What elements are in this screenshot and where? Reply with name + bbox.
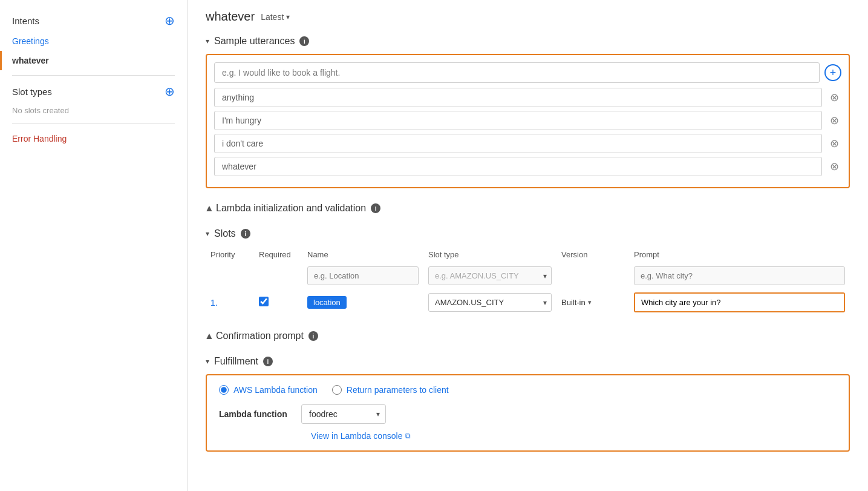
utterance-input-3[interactable]	[214, 157, 822, 176]
utterance-row-1: ⊗	[214, 111, 841, 130]
lambda-init-info-icon[interactable]: i	[371, 203, 380, 213]
add-slot-type-button[interactable]: ⊕	[165, 85, 175, 97]
new-slot-priority	[206, 263, 254, 289]
slot-1-priority-num: 1.	[210, 298, 218, 308]
remove-utterance-0[interactable]: ⊗	[827, 90, 841, 105]
new-slot-row: e.g. AMAZON.US_CITY ▾	[206, 263, 850, 289]
sidebar-item-error-handling[interactable]: Error Handling	[0, 129, 187, 148]
slot-row-1: 1. location AMAZON.US_CITY ▾	[206, 289, 850, 316]
fulfillment-section: ▾ Fulfillment i AWS Lambda function Retu…	[206, 356, 850, 452]
slots-section: ▾ Slots i Priority Required Name Slot ty…	[206, 228, 850, 316]
new-slot-required	[254, 263, 302, 289]
lambda-radio-label: AWS Lambda function	[233, 385, 318, 395]
sample-utterances-info-icon[interactable]: i	[299, 36, 309, 46]
view-lambda-row: View in Lambda console ⧉	[301, 431, 837, 441]
view-lambda-label: View in Lambda console	[311, 431, 403, 441]
sidebar-divider-2	[12, 124, 175, 124]
lambda-init-toggle-icon: ▶	[204, 206, 213, 211]
sidebar-item-greetings[interactable]: Greetings	[0, 31, 187, 51]
new-slot-type-select[interactable]: e.g. AMAZON.US_CITY	[428, 266, 552, 285]
confirmation-toggle-icon: ▶	[204, 334, 213, 339]
lambda-radio[interactable]	[219, 385, 229, 395]
utterance-input-2[interactable]	[214, 134, 822, 153]
lambda-function-row: Lambda function foodrec ▾	[219, 404, 837, 424]
new-slot-name-cell	[302, 263, 423, 289]
version-selector[interactable]: Latest ▾	[261, 12, 290, 22]
slots-table: Priority Required Name Slot type Version…	[206, 246, 850, 316]
lambda-init-section: ▶ Lambda initialization and validation i	[206, 203, 850, 214]
intent-header: whatever Latest ▾	[206, 10, 850, 24]
return-radio[interactable]	[332, 385, 342, 395]
fulfillment-box: AWS Lambda function Return parameters to…	[206, 374, 850, 452]
utterance-input-0[interactable]	[214, 88, 822, 107]
fulfillment-header[interactable]: ▾ Fulfillment i	[206, 356, 850, 367]
sample-utterances-section: ▾ Sample utterances i + ⊗ ⊗ ⊗	[206, 36, 850, 188]
sample-utterances-header[interactable]: ▾ Sample utterances i	[206, 36, 850, 47]
new-slot-prompt-cell	[629, 263, 850, 289]
lambda-select-wrapper: foodrec ▾	[301, 404, 386, 424]
utterances-box: + ⊗ ⊗ ⊗ ⊗	[206, 54, 850, 188]
main-content: whatever Latest ▾ ▾ Sample utterances i …	[188, 0, 868, 491]
slot-types-title: Slot types	[12, 87, 52, 97]
col-name: Name	[302, 246, 423, 263]
utterance-input-1[interactable]	[214, 111, 822, 130]
confirmation-section: ▶ Confirmation prompt i	[206, 331, 850, 341]
remove-utterance-3[interactable]: ⊗	[827, 159, 841, 174]
fulfillment-title: Fulfillment	[214, 356, 258, 367]
sidebar-item-whatever[interactable]: whatever	[0, 51, 187, 70]
utterance-row-2: ⊗	[214, 134, 841, 153]
intents-title: Intents	[12, 16, 39, 26]
lambda-radio-option[interactable]: AWS Lambda function	[219, 385, 318, 395]
new-slot-version-cell	[556, 263, 629, 289]
slots-info-icon[interactable]: i	[241, 229, 250, 239]
slot-1-type-select[interactable]: AMAZON.US_CITY	[428, 293, 552, 312]
fulfillment-options: AWS Lambda function Return parameters to…	[219, 385, 837, 395]
remove-utterance-1[interactable]: ⊗	[827, 113, 841, 128]
no-slots-label: No slots created	[0, 102, 187, 119]
sidebar: Intents ⊕ Greetings whatever Slot types …	[0, 0, 188, 491]
slot-1-type-cell: AMAZON.US_CITY ▾	[423, 289, 556, 316]
new-utterance-row: +	[214, 62, 841, 83]
slot-1-prompt-input[interactable]	[635, 294, 844, 311]
intent-title: whatever	[206, 10, 255, 24]
add-utterance-button[interactable]: +	[824, 64, 841, 81]
slot-1-name-cell: location	[302, 289, 423, 316]
confirmation-info-icon[interactable]: i	[308, 331, 318, 341]
slot-1-version-wrapper: Built-in ▾	[561, 298, 624, 307]
fulfillment-toggle-icon: ▾	[206, 357, 209, 366]
new-slot-type-wrapper: e.g. AMAZON.US_CITY ▾	[428, 266, 552, 285]
slot-1-version-text: Built-in	[561, 298, 586, 307]
slot-1-priority: 1.	[206, 289, 254, 316]
view-lambda-link[interactable]: View in Lambda console ⧉	[311, 431, 837, 441]
col-required: Required	[254, 246, 302, 263]
sample-utterances-title: Sample utterances	[214, 36, 295, 47]
utterance-row-0: ⊗	[214, 88, 841, 107]
return-radio-option[interactable]: Return parameters to client	[332, 385, 449, 395]
lambda-function-label: Lambda function	[219, 409, 292, 419]
new-utterance-input[interactable]	[214, 62, 820, 83]
lambda-init-header[interactable]: ▶ Lambda initialization and validation i	[206, 203, 850, 214]
lambda-function-select[interactable]: foodrec	[301, 404, 386, 424]
return-radio-label: Return parameters to client	[347, 385, 449, 395]
add-intent-button[interactable]: ⊕	[165, 15, 175, 27]
col-version: Version	[556, 246, 629, 263]
slot-types-section-header: Slot types ⊕	[0, 81, 187, 102]
slots-toggle-icon: ▾	[206, 229, 209, 238]
confirmation-header[interactable]: ▶ Confirmation prompt i	[206, 331, 850, 341]
slot-1-required-cell	[254, 289, 302, 316]
new-slot-name-input[interactable]	[307, 266, 419, 285]
slot-1-prompt-cell	[629, 289, 850, 316]
external-link-icon: ⧉	[405, 432, 411, 440]
fulfillment-info-icon[interactable]: i	[263, 357, 273, 366]
new-slot-type-cell: e.g. AMAZON.US_CITY ▾	[423, 263, 556, 289]
col-priority: Priority	[206, 246, 254, 263]
slot-1-name-tag: location	[307, 296, 347, 309]
new-slot-prompt-input[interactable]	[634, 266, 845, 285]
slot-1-required-checkbox[interactable]	[259, 297, 269, 306]
col-slot-type: Slot type	[423, 246, 556, 263]
slots-section-header[interactable]: ▾ Slots i	[206, 228, 850, 239]
sample-utterances-toggle-icon: ▾	[206, 37, 209, 45]
slot-1-prompt-highlight	[634, 292, 845, 312]
remove-utterance-2[interactable]: ⊗	[827, 136, 841, 151]
col-prompt: Prompt	[629, 246, 850, 263]
